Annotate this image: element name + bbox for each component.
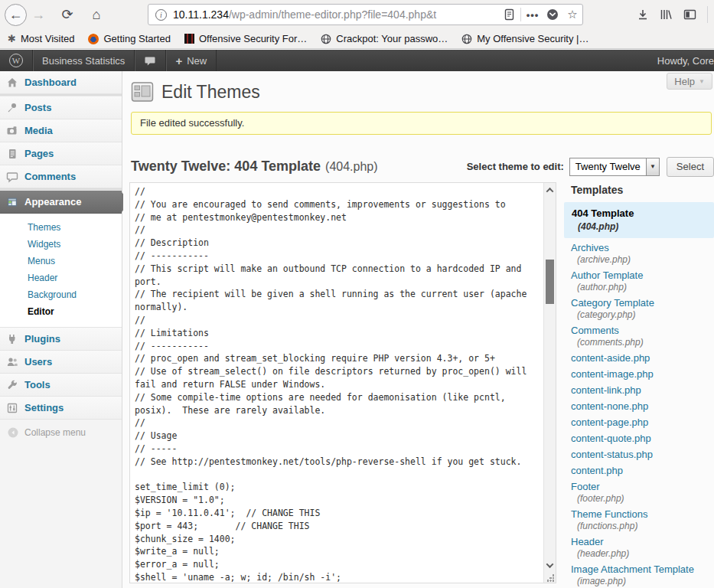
templates-panel: Templates 404 Template (404.php) Archive… (564, 184, 714, 588)
template-link[interactable]: Category Template (571, 297, 714, 309)
sidebar-item-settings[interactable]: Settings (0, 397, 122, 420)
template-link[interactable]: Header (571, 536, 714, 548)
template-link[interactable]: Archives (571, 242, 714, 254)
bookmark-my-offensive-security[interactable]: My Offensive Security |… (461, 33, 588, 44)
template-link[interactable]: Author Template (571, 270, 714, 282)
template-item-current[interactable]: 404 Template (404.php) (564, 202, 714, 238)
code-editor[interactable]: // // You are encouraged to send comment… (129, 182, 556, 583)
sidebar-item-plugins[interactable]: Plugins (0, 328, 122, 351)
wp-logo-menu[interactable]: W (0, 50, 33, 71)
home-icon[interactable]: ⌂ (85, 3, 108, 26)
template-file: (footer.php) (571, 493, 714, 505)
notice-text: File edited successfully. (140, 117, 244, 129)
template-item: Image Attachment Template (image.php) (564, 564, 714, 587)
bookmark-getting-started[interactable]: Getting Started (88, 33, 170, 44)
editor-code[interactable]: // // You are encouraged to send comment… (130, 183, 543, 583)
comments-menu[interactable] (135, 50, 166, 71)
bookmark-star-icon[interactable]: ☆ (562, 8, 582, 21)
sidebar-item-comments[interactable]: Comments (0, 165, 122, 188)
template-link[interactable]: content-aside.php (571, 352, 714, 364)
template-link[interactable]: content-link.php (571, 384, 714, 397)
sidebar-item-media[interactable]: Media (0, 119, 122, 142)
template-link[interactable]: Footer (571, 481, 714, 493)
template-file: (author.php) (571, 282, 714, 293)
sidebar-item-label: Appearance (24, 196, 81, 207)
template-link[interactable]: Comments (571, 325, 714, 337)
submenu-item-editor[interactable]: Editor (28, 303, 122, 320)
bookmark-label: Offensive Security For… (199, 33, 307, 44)
sidebar-toggle-icon[interactable] (683, 8, 696, 21)
template-link[interactable]: content-image.php (571, 368, 714, 381)
template-item: content-status.php (564, 449, 714, 461)
collapse-menu-button[interactable]: Collapse menu (0, 426, 122, 439)
sidebar-item-posts[interactable]: Posts (0, 96, 122, 119)
scroll-up-icon[interactable] (544, 185, 556, 195)
media-camera-icon (6, 125, 18, 137)
bookmark-crackpot[interactable]: Crackpot: Your passwo… (321, 33, 448, 44)
forward-icon[interactable]: → (27, 3, 50, 26)
library-icon[interactable] (660, 8, 673, 21)
page-header: Edit Themes (131, 81, 260, 103)
bookmark-offensive-security[interactable]: Offensive Security For… (184, 33, 307, 44)
submenu-item-themes[interactable]: Themes (28, 219, 122, 236)
url-path: /wp-admin/theme-editor.php?file=404.php&… (229, 8, 436, 21)
page-actions-icon[interactable]: ••• (523, 9, 543, 21)
template-link[interactable]: Image Attachment Template (571, 564, 714, 576)
howdy-account-menu[interactable]: Howdy, Core (657, 50, 714, 71)
template-item: Comments (comments.php) (564, 325, 714, 348)
submenu-item-widgets[interactable]: Widgets (28, 236, 122, 253)
new-content-menu[interactable]: + New (166, 50, 217, 71)
submenu-item-background[interactable]: Background (28, 286, 122, 303)
sidebar-item-dashboard[interactable]: Dashboard (0, 71, 122, 94)
sidebar-item-users[interactable]: Users (0, 351, 122, 374)
template-name: 404 Template (572, 207, 706, 219)
pocket-icon[interactable] (543, 8, 562, 21)
sidebar-item-pages[interactable]: Pages (0, 142, 122, 165)
scroll-down-icon[interactable] (544, 560, 556, 570)
template-file: (category.php) (571, 309, 714, 321)
reload-icon[interactable]: ⟳ (56, 3, 79, 26)
template-item: content-none.php (564, 400, 714, 413)
theme-picker: Select theme to edit: Twenty Twelve ▼ Se… (467, 157, 714, 177)
url-text: 10.11.1.234/wp-admin/theme-editor.php?fi… (173, 8, 499, 21)
submenu-item-header[interactable]: Header (28, 270, 122, 286)
scrollbar-thumb[interactable] (546, 260, 554, 304)
template-link[interactable]: content-page.php (571, 416, 714, 429)
howdy-text: Howdy, Core (657, 55, 714, 67)
settings-icon (6, 402, 18, 414)
resize-grip[interactable] (546, 573, 555, 582)
editor-scrollbar[interactable] (543, 183, 556, 583)
template-item: Category Template (category.php) (564, 297, 714, 321)
submenu-item-menus[interactable]: Menus (28, 253, 122, 270)
help-button[interactable]: Help ▼ (667, 73, 712, 90)
bookmark-most-visited[interactable]: ✱ Most Visited (8, 33, 74, 44)
sidebar-item-tools[interactable]: Tools (0, 374, 122, 397)
screen: ← → ⟳ ⌂ i 10.11.1.234/wp-admin/theme-edi… (0, 0, 714, 588)
download-icon[interactable] (637, 8, 649, 21)
template-link[interactable]: content-status.php (571, 449, 714, 461)
template-link[interactable]: content-none.php (571, 400, 714, 413)
url-bar[interactable]: i 10.11.1.234/wp-admin/theme-editor.php?… (148, 4, 583, 25)
template-link[interactable]: content-quote.php (571, 433, 714, 445)
template-item: Author Template (author.php) (564, 270, 714, 293)
pages-icon (6, 148, 18, 160)
template-file: (comments.php) (571, 337, 714, 348)
template-link[interactable]: Theme Functions (571, 508, 714, 521)
template-item: content-aside.php (564, 352, 714, 364)
site-name-menu[interactable]: Business Statistics (33, 50, 135, 71)
template-link[interactable]: content.php (571, 465, 714, 477)
back-icon[interactable]: ← (5, 4, 27, 26)
url-host: 10.11.1.234 (173, 8, 229, 21)
page-info-icon[interactable]: i (155, 9, 167, 21)
select-theme-button[interactable]: Select (667, 157, 714, 177)
posts-pin-icon (6, 102, 18, 114)
template-file: (404.php) (572, 221, 706, 232)
comments-icon (6, 171, 18, 183)
sidebar-item-label: Dashboard (24, 77, 77, 88)
globe-icon (461, 34, 472, 44)
theme-select-dropdown[interactable]: Twenty Twelve ▼ (569, 158, 660, 176)
template-item: content-quote.php (564, 433, 714, 445)
reader-mode-icon[interactable] (499, 8, 519, 21)
sidebar-item-label: Media (24, 125, 53, 136)
sidebar-item-appearance[interactable]: Appearance (0, 191, 122, 214)
